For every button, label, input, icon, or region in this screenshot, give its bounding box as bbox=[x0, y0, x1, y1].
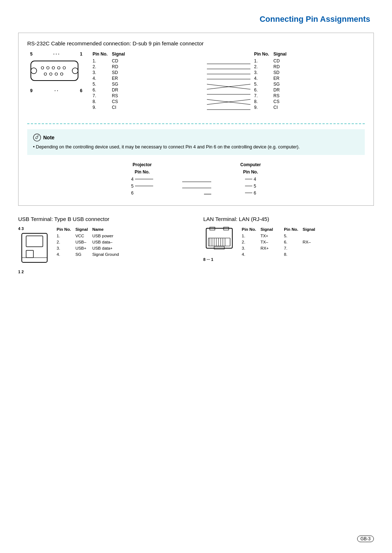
pin-name: Signal Ground bbox=[92, 252, 123, 257]
pin-signal bbox=[303, 246, 319, 251]
lan-right-table: Pin No. Signal 5.6.RX–7.8. bbox=[283, 226, 319, 258]
left-col1-header: Pin No. bbox=[93, 52, 112, 58]
usb-connector-svg bbox=[18, 232, 51, 268]
table-row: 2.RD bbox=[254, 64, 291, 70]
pin9-label: 9 bbox=[30, 88, 33, 93]
rs232-left-pin-table: Pin No. Signal 1.CD2.RD3.SD4.ER5.SG6.DR7… bbox=[93, 52, 203, 110]
projector-pin-col: Projector Pin No. 4 5 6 bbox=[131, 162, 153, 196]
pin-number: 9. bbox=[93, 105, 112, 110]
pin4-right-line bbox=[245, 179, 252, 179]
table-row: 7.RS bbox=[93, 93, 129, 99]
table-row: 4.ER bbox=[254, 75, 291, 81]
table-row: 3.SD bbox=[93, 70, 129, 75]
pin-signal: SG bbox=[273, 81, 291, 87]
table-row: 6.RX– bbox=[284, 239, 319, 245]
pin-signal: RS bbox=[273, 93, 291, 99]
right-col1-header: Pin No. bbox=[254, 52, 273, 58]
rs232-title-normal: D-sub 9 pin female connector bbox=[131, 40, 204, 46]
lan-title-bold: LAN Terminal: bbox=[203, 216, 237, 222]
svg-point-2 bbox=[72, 68, 78, 74]
table-row: 3.RX+ bbox=[242, 246, 277, 251]
computer-pin-lines: 4 5 6 bbox=[245, 177, 256, 196]
svg-point-6 bbox=[58, 67, 60, 69]
computer-sub: Pin No. bbox=[243, 169, 258, 175]
pin-signal: VCC bbox=[75, 233, 92, 239]
page-title: Connecting Pin Assignments bbox=[18, 15, 374, 24]
pin-number: 3. bbox=[93, 70, 112, 75]
connector-svg bbox=[27, 58, 82, 87]
usb-col1-header: Pin No. bbox=[57, 227, 75, 233]
rs232-connector-diagram: 5 · · · 1 bbox=[27, 52, 85, 93]
pin-number: 2. bbox=[254, 64, 273, 70]
usb-title: USB Terminal: Type B USB connector bbox=[18, 216, 189, 222]
usb-col3-header: Name bbox=[92, 227, 123, 233]
pin6-right-line bbox=[245, 193, 252, 193]
pin-signal: CI bbox=[112, 105, 129, 110]
note-body: Depending on the controlling device used… bbox=[36, 144, 300, 149]
table-row: 1.TX+ bbox=[242, 233, 277, 239]
pin-signal: RX+ bbox=[261, 246, 277, 251]
usb-pin12-label: 1 2 bbox=[18, 270, 51, 274]
pin-number: 8. bbox=[284, 252, 302, 257]
pin5-label: 5 bbox=[30, 52, 33, 57]
pin-diagram-section: Projector Pin No. 4 5 6 bbox=[27, 162, 365, 198]
svg-point-10 bbox=[55, 73, 58, 75]
pin-number: 7. bbox=[93, 93, 112, 99]
usb-col2-header: Signal bbox=[75, 227, 92, 233]
table-row: 9.CI bbox=[93, 105, 129, 110]
svg-point-8 bbox=[44, 73, 47, 75]
pin-signal bbox=[303, 233, 319, 239]
pin-signal: CD bbox=[112, 58, 129, 64]
pin-line-6-right: 6 bbox=[245, 191, 256, 196]
pin-signal: USB+ bbox=[75, 246, 92, 251]
svg-line-23 bbox=[38, 135, 38, 136]
pin-number: 5. bbox=[93, 81, 112, 87]
bridge-lines bbox=[182, 162, 211, 198]
dots-top: · · · bbox=[53, 52, 60, 57]
table-row: 5.SG bbox=[254, 81, 291, 87]
svg-point-3 bbox=[41, 67, 44, 69]
table-row: 7.RS bbox=[254, 93, 291, 99]
lan-left-col2-header: Signal bbox=[261, 227, 277, 233]
pin5-right-line bbox=[245, 186, 252, 186]
lan-title: LAN Terminal: LAN (RJ-45) bbox=[203, 216, 374, 222]
table-row: 8.CS bbox=[93, 99, 129, 105]
table-row: 3.USB+USB data+ bbox=[57, 246, 123, 251]
svg-point-7 bbox=[63, 67, 66, 69]
svg-rect-0 bbox=[31, 61, 78, 81]
pin1-label: 1 bbox=[80, 52, 82, 57]
cross-lines-area bbox=[207, 52, 250, 117]
usb-title-normal: Type B USB connector bbox=[53, 216, 110, 222]
lan-left-table: Pin No. Signal 1.TX+2.TX–3.RX+4. bbox=[241, 226, 277, 258]
table-row: 6.DR bbox=[254, 87, 291, 93]
pin-name: USB data– bbox=[92, 239, 123, 245]
pin-name: USB power bbox=[92, 233, 123, 239]
table-row: 2.RD bbox=[93, 64, 129, 70]
rs232-content: 5 · · · 1 bbox=[27, 52, 365, 117]
usb-connector-area: 4 3 1 2 bbox=[18, 226, 51, 274]
pin-number: 6. bbox=[93, 87, 112, 93]
pin-number: 6. bbox=[284, 239, 302, 245]
pin-name: USB data+ bbox=[92, 246, 123, 251]
lan-tables: Pin No. Signal 1.TX+2.TX–3.RX+4. Pin No.… bbox=[241, 226, 319, 258]
lan-pin81-label: 8 ··· 1 bbox=[203, 257, 236, 262]
pin-number: 7. bbox=[284, 246, 302, 251]
pin-number: 8. bbox=[254, 99, 273, 105]
pin-number: 9. bbox=[254, 105, 273, 110]
projector-pin-lines: 4 5 6 bbox=[131, 177, 153, 196]
usb-pin43-label: 4 3 bbox=[18, 226, 51, 231]
main-section-box: RS-232C Cable recommended connection: D-… bbox=[18, 33, 374, 206]
pin-line-4-left: 4 bbox=[131, 177, 153, 182]
pin-signal: SD bbox=[273, 70, 291, 75]
computer-label: Computer bbox=[240, 162, 261, 167]
pin-signal: SG bbox=[112, 81, 129, 87]
svg-point-1 bbox=[31, 68, 37, 74]
projector-label: Projector bbox=[132, 162, 152, 167]
pin4-left-line bbox=[135, 179, 153, 179]
pin-diagram-inner: Projector Pin No. 4 5 6 bbox=[131, 162, 261, 198]
pin-line-4-right: 4 bbox=[245, 177, 256, 182]
svg-point-22 bbox=[33, 134, 41, 141]
pin-signal: DR bbox=[273, 87, 291, 93]
table-row: 5.SG bbox=[93, 81, 129, 87]
lan-connector-area: 8 ··· 1 bbox=[203, 226, 236, 262]
